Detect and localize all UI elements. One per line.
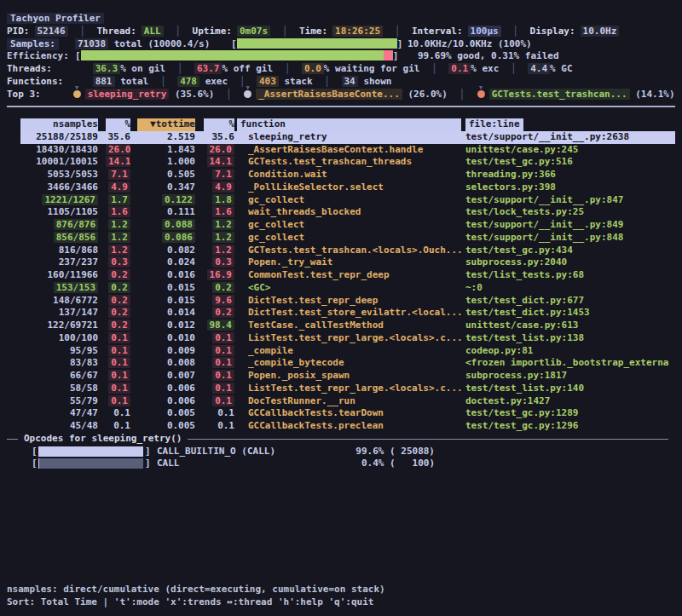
functions-line: Functions: 881 total │ 478 exec │ 403 st… — [7, 76, 675, 89]
table-row[interactable]: 856/8561.20.0861.2gc_collecttest/support… — [7, 232, 675, 245]
cell-pct-cumulative: 1.8 — [212, 194, 234, 205]
cell-fileline: test/support/__init__.py:849 — [465, 219, 623, 230]
exc-pct: 0.1 — [448, 63, 471, 74]
table-row[interactable]: 18430/1843026.01.84326.0_AssertRaisesBas… — [7, 144, 675, 157]
cell-pct-direct: 0.1 — [108, 383, 130, 394]
functions-total-unit: total — [120, 76, 148, 87]
cell-fileline: test/test_list.py:138 — [465, 332, 584, 343]
table-row[interactable]: 1221/12671.70.1221.8gc_collecttest/suppo… — [7, 194, 675, 207]
column-header-function[interactable]: function — [237, 118, 461, 131]
table-row[interactable]: 58/580.10.0060.1ListTest.test_repr_large… — [7, 383, 675, 395]
cell-function: DictTest.test_repr_deep — [248, 295, 378, 306]
efficiency-summary: 99.69% good, 0.31% failed — [418, 50, 559, 63]
cell-fileline: <frozen importlib._bootstrap_externa — [465, 357, 668, 368]
table-row[interactable]: 137/1470.20.0140.2DictTest.test_store_ev… — [7, 307, 675, 320]
table-row[interactable]: 83/830.10.0080.1_compile_bytecode<frozen… — [7, 357, 675, 370]
cell-pct-direct: 1.2 — [108, 232, 130, 243]
divider: │ — [459, 89, 465, 100]
threads-line: Threads: 36.3% on gil │ 63.7% off gil │ … — [7, 63, 675, 76]
table-row[interactable]: 3466/34664.90.3474.9_PollLikeSelector.se… — [7, 181, 675, 194]
cell-nsamples: 148/6772 — [53, 295, 98, 306]
top2-function[interactable]: _AssertRaisesBaseConte... — [256, 89, 402, 100]
display-value: 10.0Hz — [581, 26, 620, 37]
off-gil-pct: 63.7 — [194, 63, 223, 74]
cell-tottime: 0.006 — [167, 383, 195, 394]
column-header-nsamples[interactable]: nsamples — [20, 118, 98, 131]
thread-label: Thread: — [97, 26, 136, 37]
table-row[interactable]: 66/670.10.0070.1Popen._posix_spawnsubpro… — [7, 370, 675, 383]
table-row[interactable]: ▶25188/2518935.62.51935.6sleeping_retryt… — [7, 131, 675, 144]
cell-fileline: codeop.py:81 — [465, 345, 533, 356]
cell-tottime: 0.505 — [167, 169, 195, 180]
table-row[interactable]: 95/950.10.0090.1_compilecodeop.py:81 — [7, 345, 675, 358]
cell-pct-direct: 35.6 — [108, 131, 131, 142]
cell-fileline: selectors.py:398 — [465, 181, 556, 193]
interval-value[interactable]: 100µs — [468, 26, 501, 37]
cell-function: gc_collect — [248, 194, 304, 205]
pid-label: PID: — [7, 26, 30, 37]
table-row[interactable]: 816/8681.20.0821.2GCTests.test_trashcan.… — [7, 245, 675, 257]
table-row[interactable]: 100/1000.10.0100.1ListTest.test_repr_lar… — [7, 332, 675, 345]
cell-pct-cumulative: 1.6 — [212, 206, 234, 217]
separator-dash — [7, 439, 18, 440]
cell-pct-cumulative: 35.6 — [212, 131, 235, 142]
cell-nsamples: 122/69721 — [47, 320, 98, 331]
cell-tottime: 0.012 — [167, 320, 195, 331]
separator-dash — [188, 439, 668, 440]
table-row[interactable]: 237/2370.30.0240.3Popen._try_waitsubproc… — [7, 256, 675, 269]
cell-fileline: test/support/__init__.py:848 — [465, 232, 623, 243]
waiting-gil-unit: % waiting for gil — [324, 63, 420, 74]
cell-pct-direct: 0.2 — [108, 269, 130, 280]
cell-function: DocTestRunner.__run — [248, 395, 355, 406]
table-row[interactable]: 122/697210.20.01298.4TestCase._callTestM… — [7, 320, 675, 332]
cell-nsamples: 1105/1105 — [47, 206, 98, 217]
column-header-tottime-sorted[interactable]: ▼tottime — [137, 118, 195, 131]
cell-pct-cumulative: 7.1 — [212, 169, 234, 180]
table-row[interactable]: 55/790.10.0060.1DocTestRunner.__rundocte… — [7, 395, 675, 408]
table-row[interactable]: 45/480.10.0050.1GCCallbackTests.preclean… — [7, 420, 675, 433]
cell-function: Condition.wait — [248, 169, 327, 180]
column-header-pct-cumulative[interactable]: % — [204, 118, 234, 131]
table-row[interactable]: 47/470.10.0050.1GCCallbackTests.tearDown… — [7, 407, 675, 420]
cell-tottime: 0.008 — [167, 357, 195, 368]
table-row[interactable]: 160/119660.20.01616.9CommonTest.test_rep… — [7, 269, 675, 282]
cell-nsamples: 153/153 — [54, 282, 98, 293]
cell-tottime: 0.005 — [167, 407, 195, 418]
cell-pct-direct: 0.1 — [108, 357, 130, 368]
cell-pct-cumulative: 0.1 — [212, 332, 234, 343]
functions-exec: 478 — [177, 76, 199, 87]
table-header: nsamples % ▼tottime % function file:line — [7, 118, 675, 131]
divider: │ — [431, 63, 437, 74]
table-row[interactable]: 153/1530.20.0150.2<GC>~:0 — [7, 282, 675, 295]
cell-pct-direct: 0.1 — [113, 407, 130, 418]
thread-value[interactable]: ALL — [142, 26, 164, 37]
cell-tottime: 2.519 — [167, 131, 195, 142]
time-value: 18:26:25 — [332, 26, 383, 37]
cell-function: DictTest.test_store_evilattr.<local... — [248, 307, 461, 318]
table-row[interactable]: 5053/50537.10.5057.1Condition.waitthread… — [7, 169, 675, 181]
cell-function: ListTest.test_repr_large.<locals>.c... — [248, 383, 461, 394]
efficiency-line: Efficiency: [] 99.69% good, 0.31% failed — [7, 50, 675, 63]
divider: │ — [512, 26, 518, 37]
table-row[interactable]: 10001/1001514.11.00014.1GCTests.test_tra… — [7, 156, 675, 169]
top3-function[interactable]: GCTests.test_trashcan... — [489, 89, 630, 100]
footer-legend: nsamples: direct/cumulative (direct=exec… — [7, 584, 675, 596]
column-header-pct-direct[interactable]: % — [106, 118, 130, 131]
top1-pct: (35.6%) — [175, 89, 214, 100]
samples-bar — [237, 38, 397, 49]
cell-nsamples: 83/83 — [70, 357, 98, 368]
table-row[interactable]: 876/8761.20.0881.2gc_collecttest/support… — [7, 219, 675, 232]
top1-function[interactable]: sleeping_retry — [85, 89, 170, 100]
divider: │ — [395, 26, 401, 37]
cell-fileline: test/lock_tests.py:25 — [465, 206, 584, 217]
cell-pct-direct: 4.9 — [108, 181, 130, 193]
column-header-fileline[interactable]: file:line — [465, 118, 523, 131]
cell-pct-cumulative: 0.2 — [212, 307, 234, 318]
table-row[interactable]: 148/67720.20.0159.6DictTest.test_repr_de… — [7, 295, 675, 308]
cell-pct-cumulative: 98.4 — [207, 320, 235, 331]
cell-function: GCTests.test_trashcan_threads — [248, 156, 412, 167]
table-row[interactable]: 1105/11051.60.1111.6wait_threads_blocked… — [7, 206, 675, 219]
cell-pct-direct: 0.1 — [108, 345, 130, 356]
opcode-row: [ ] CALL_BUILTIN_O (CALL) 99.6% ( 25088) — [7, 446, 675, 458]
display-label: Display: — [530, 26, 575, 37]
